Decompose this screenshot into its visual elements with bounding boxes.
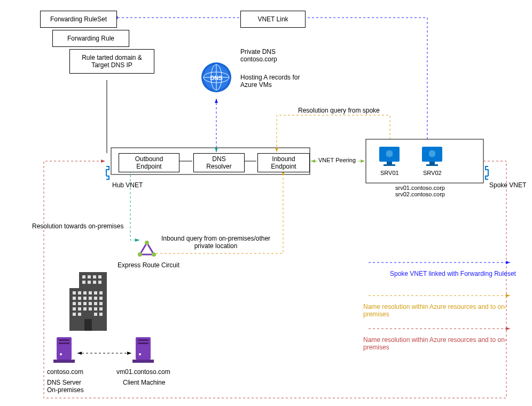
- svg-rect-11: [82, 281, 85, 284]
- client-role-label: Client Machine: [123, 379, 165, 386]
- svg-rect-30: [89, 302, 92, 305]
- svg-rect-23: [83, 297, 87, 300]
- svg-rect-33: [73, 307, 76, 311]
- svg-rect-21: [73, 297, 76, 300]
- inbound-query-label: Inbound query from on-premises/other pri…: [161, 235, 270, 250]
- resolution-spoke-label: Resolution query from spoke: [298, 107, 380, 114]
- svg-rect-55: [387, 162, 392, 164]
- diagram-canvas: DNS Forwarding RuleSet Forwarding Rule R…: [0, 0, 532, 406]
- svg-point-4: [152, 252, 156, 257]
- svg-rect-8: [88, 275, 91, 278]
- hub-vnet-label: Hub VNET: [112, 181, 143, 189]
- legend-blue-label: Spoke VNET linked with Forwarding Rulese…: [390, 270, 516, 277]
- svg-rect-47: [59, 343, 69, 344]
- forwarding-rule-box: Forwarding Rule: [52, 30, 129, 47]
- svg-rect-56: [384, 164, 395, 166]
- svg-point-3: [145, 241, 149, 245]
- svg-rect-24: [89, 297, 92, 300]
- svg-rect-28: [78, 302, 81, 305]
- legend-red-label: Name resolution within Azure resources a…: [363, 336, 532, 351]
- private-dns-label: Private DNS contoso.corp: [240, 48, 277, 63]
- dns-resolver-box: DNS Resolver: [193, 153, 245, 172]
- vnet-link-box: VNET Link: [240, 11, 306, 28]
- svg-point-53: [139, 353, 141, 355]
- svg-rect-41: [94, 313, 97, 316]
- svg-rect-32: [99, 302, 103, 305]
- client-domain-label: vm01.contoso.com: [116, 368, 170, 376]
- svg-rect-37: [94, 307, 97, 311]
- dns-server-role-label: DNS Server On-premises: [47, 379, 84, 394]
- vnet-peering-label: VNET Peering: [317, 157, 357, 163]
- svg-rect-13: [93, 281, 96, 284]
- svg-rect-51: [138, 339, 148, 341]
- srv02-label: SRV02: [423, 170, 442, 176]
- svg-rect-34: [78, 307, 81, 311]
- svg-rect-27: [73, 302, 76, 305]
- svg-rect-39: [73, 313, 76, 316]
- dns-server-domain-label: contoso.com: [47, 368, 83, 376]
- svg-rect-25: [94, 297, 97, 300]
- rule-target-box: Rule tarted domain & Target DNS IP: [69, 49, 154, 74]
- svg-rect-29: [83, 302, 87, 305]
- svg-point-48: [60, 353, 62, 355]
- svg-rect-14: [98, 281, 101, 284]
- svg-rect-46: [59, 339, 69, 341]
- svg-rect-31: [94, 302, 97, 305]
- svg-rect-20: [99, 291, 103, 294]
- svg-point-2: [138, 252, 142, 257]
- svg-rect-26: [99, 297, 103, 300]
- srv01-label: SRV01: [380, 170, 399, 176]
- inbound-endpoint-box: Inbound Endpoint: [257, 153, 310, 172]
- svg-rect-15: [73, 291, 76, 294]
- hosting-label: Hosting A records for Azure VMs: [240, 74, 300, 89]
- dns-icon-text: DNS: [210, 75, 222, 81]
- svg-rect-52: [138, 343, 148, 344]
- svg-rect-38: [99, 307, 103, 311]
- svg-rect-58: [429, 162, 435, 164]
- outbound-endpoint-box: Outbound Endpoint: [119, 153, 179, 172]
- svg-rect-7: [82, 275, 85, 278]
- svg-rect-22: [78, 297, 81, 300]
- svg-rect-50: [132, 360, 154, 363]
- resolution-onprem-label: Resolution towards on-premises: [32, 222, 123, 230]
- svg-rect-6: [79, 272, 107, 288]
- express-route-label: Express Route Circuit: [118, 261, 179, 269]
- forwarding-ruleset-box: Forwarding RuleSet: [40, 11, 117, 28]
- svg-rect-12: [88, 281, 91, 284]
- svg-rect-18: [89, 291, 92, 294]
- svg-rect-40: [78, 313, 81, 316]
- spoke-vnet-label: Spoke VNET: [489, 181, 526, 189]
- svg-rect-45: [53, 360, 75, 363]
- svg-rect-35: [83, 307, 87, 311]
- svg-rect-16: [78, 291, 81, 294]
- svg-rect-19: [94, 291, 97, 294]
- svg-rect-9: [93, 275, 96, 278]
- srv-fqdn-label: srv01.contoso.corp srv02.contoso.corp: [395, 185, 445, 197]
- svg-rect-10: [98, 275, 101, 278]
- svg-rect-59: [426, 164, 438, 166]
- legend-orange-label: Name resolution within Azure resources a…: [363, 303, 532, 318]
- svg-rect-42: [99, 313, 103, 316]
- svg-rect-17: [83, 291, 87, 294]
- svg-rect-43: [84, 319, 92, 331]
- svg-rect-36: [89, 307, 92, 311]
